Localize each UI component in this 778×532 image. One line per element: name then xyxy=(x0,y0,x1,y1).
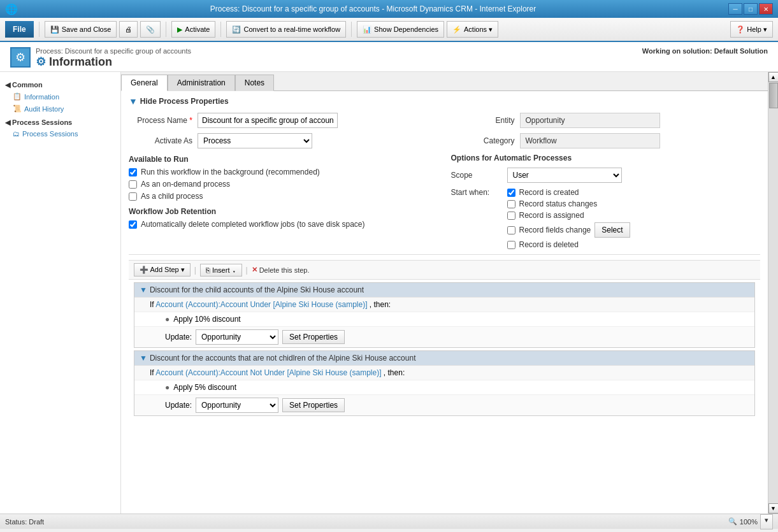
zoom-icon: 🔍 xyxy=(728,517,737,526)
step-2-condition-link[interactable]: Account (Account):Account Not Under [Alp… xyxy=(155,368,381,377)
checkbox-autodelete-row: Automatically delete completed workflow … xyxy=(129,220,438,229)
ribbon-separator-1 xyxy=(39,22,40,37)
category-label: Category xyxy=(451,136,515,145)
scope-select[interactable]: User xyxy=(507,168,622,183)
tab-general[interactable]: General xyxy=(121,75,168,91)
step-1-set-properties-button[interactable]: Set Properties xyxy=(282,330,345,344)
record-status-checkbox[interactable] xyxy=(507,200,515,208)
record-created-row: Record is created xyxy=(507,188,630,197)
process-name-label: Process Name * xyxy=(129,116,192,125)
step-2-update-row: Update: Opportunity Set Properties xyxy=(134,394,754,415)
sidebar-item-information[interactable]: 📋 Information xyxy=(0,90,120,103)
record-status-label: Record status changes xyxy=(519,199,598,208)
start-when-label: Start when: xyxy=(451,188,502,249)
save-icon: 💾 xyxy=(50,25,59,34)
activate-as-select-wrap: Process xyxy=(198,133,312,148)
page-header: ⚙ Process: Discount for a specific group… xyxy=(0,42,778,72)
page-title-icon: ⚙ xyxy=(36,55,46,68)
page-icon-symbol: ⚙ xyxy=(15,50,25,64)
record-created-checkbox[interactable] xyxy=(507,189,515,197)
activate-icon: ▶ xyxy=(177,25,182,34)
activate-as-label: Activate As xyxy=(129,136,192,145)
status-text: Status: Draft xyxy=(5,518,44,526)
print-button[interactable]: 🖨 xyxy=(119,21,138,38)
insert-button[interactable]: ⎘ Insert ▾ xyxy=(200,264,242,277)
record-assigned-checkbox[interactable] xyxy=(507,212,515,220)
zoom-level: 100% xyxy=(740,518,758,526)
scroll-up-button[interactable]: ▲ xyxy=(768,72,779,82)
convert-button[interactable]: 🔄 Convert to a real-time workflow xyxy=(226,21,346,38)
required-indicator: * xyxy=(189,116,192,125)
collapse-icon[interactable]: ▼ xyxy=(129,96,138,106)
step-1-action-label: Apply 10% discount xyxy=(173,315,240,324)
step-2-collapse-icon[interactable]: ▼ xyxy=(140,354,147,363)
record-deleted-checkbox[interactable] xyxy=(507,241,515,249)
title-bar-icon: 🌐 xyxy=(5,3,18,15)
actions-button[interactable]: ⚡ Actions ▾ xyxy=(447,21,498,38)
delete-step-button[interactable]: ✕ Delete this step. xyxy=(252,266,310,274)
file-button[interactable]: File xyxy=(5,21,34,38)
information-icon: 📋 xyxy=(13,92,22,101)
sidebar-item-process-sessions[interactable]: 🗂 Process Sessions xyxy=(0,128,120,140)
category-row: Category Workflow xyxy=(451,133,761,148)
minimize-button[interactable]: ─ xyxy=(728,3,742,15)
step-1-update-row: Update: Opportunity Set Properties xyxy=(134,326,754,347)
activate-as-select[interactable]: Process xyxy=(198,133,312,148)
step-1-condition-link[interactable]: Account (Account):Account Under [Alpine … xyxy=(155,300,367,309)
scroll-track xyxy=(768,82,778,503)
step-2-action: ● Apply 5% discount xyxy=(134,380,754,394)
steps-content: ▼ Discount for the child accounts of the… xyxy=(129,280,760,421)
add-step-button[interactable]: ➕ Add Step ▾ xyxy=(134,263,191,277)
step-1-collapse-icon[interactable]: ▼ xyxy=(140,285,147,294)
auto-delete-checkbox[interactable] xyxy=(129,220,137,229)
ribbon-separator-4 xyxy=(351,22,352,37)
step-1-header: ▼ Discount for the child accounts of the… xyxy=(134,283,754,297)
process-name-row: Process Name * xyxy=(129,113,438,128)
sidebar-common-header: ◀ Common xyxy=(0,77,120,90)
ribbon-separator-3 xyxy=(220,22,221,37)
checkbox-child-row: As a child process xyxy=(129,192,438,201)
step-1-condition: If Account (Account):Account Under [Alpi… xyxy=(134,297,754,312)
activate-button[interactable]: ▶ Activate xyxy=(171,21,215,38)
step-1-update-select[interactable]: Opportunity xyxy=(196,329,278,345)
tabs: General Administration Notes xyxy=(121,72,768,91)
step-2-set-properties-button[interactable]: Set Properties xyxy=(282,398,345,412)
save-close-button[interactable]: 💾 Save and Close xyxy=(45,21,117,38)
attach-button[interactable]: 📎 xyxy=(140,21,161,38)
record-status-row: Record status changes xyxy=(507,199,630,208)
available-to-run-title: Available to Run xyxy=(129,155,438,164)
maximize-button[interactable]: □ xyxy=(744,3,758,15)
process-sessions-icon: 🗂 xyxy=(13,130,20,138)
step-1-title: Discount for the child accounts of the A… xyxy=(150,285,364,294)
toolbar-separator-1: | xyxy=(194,266,196,275)
scroll-down-button[interactable]: ▼ xyxy=(768,503,779,514)
entity-label: Entity xyxy=(451,116,515,125)
help-button[interactable]: ❓ Help ▾ xyxy=(730,21,773,38)
right-scrollbar: ▲ ▼ xyxy=(768,72,778,514)
dependencies-button[interactable]: 📊 Show Dependencies xyxy=(357,21,444,38)
child-process-checkbox[interactable] xyxy=(129,192,137,201)
step-2-header: ▼ Discount for the accounts that are not… xyxy=(134,351,754,365)
tab-notes[interactable]: Notes xyxy=(235,75,274,91)
step-toolbar: ➕ Add Step ▾ | ⎘ Insert ▾ | ✕ Delete thi… xyxy=(129,260,760,280)
step-2-update-label: Update: xyxy=(165,401,192,410)
entity-row: Entity Opportunity xyxy=(451,113,761,128)
select-button[interactable]: Select xyxy=(594,222,630,238)
sidebar-item-audit[interactable]: 📜 Audit History xyxy=(0,103,120,115)
close-button[interactable]: ✕ xyxy=(759,3,773,15)
record-fields-checkbox[interactable] xyxy=(507,226,515,234)
record-deleted-row: Record is deleted xyxy=(507,240,630,249)
scroll-thumb[interactable] xyxy=(769,83,778,108)
process-name-input[interactable] xyxy=(198,113,338,128)
background-workflow-checkbox[interactable] xyxy=(129,168,137,176)
tab-administration[interactable]: Administration xyxy=(168,75,235,91)
zoom-dropdown-button[interactable]: ▾ xyxy=(760,514,773,529)
auto-delete-label: Automatically delete completed workflow … xyxy=(141,220,365,229)
child-process-label: As a child process xyxy=(141,192,203,201)
process-section: ▼ Hide Process Properties Process Name * xyxy=(121,91,768,514)
checkbox-ondemand-row: As an on-demand process xyxy=(129,180,438,189)
on-demand-checkbox[interactable] xyxy=(129,180,137,189)
checkbox-background-row: Run this workflow in the background (rec… xyxy=(129,168,438,176)
ribbon-separator-2 xyxy=(166,22,166,37)
step-2-update-select[interactable]: Opportunity xyxy=(196,398,278,413)
